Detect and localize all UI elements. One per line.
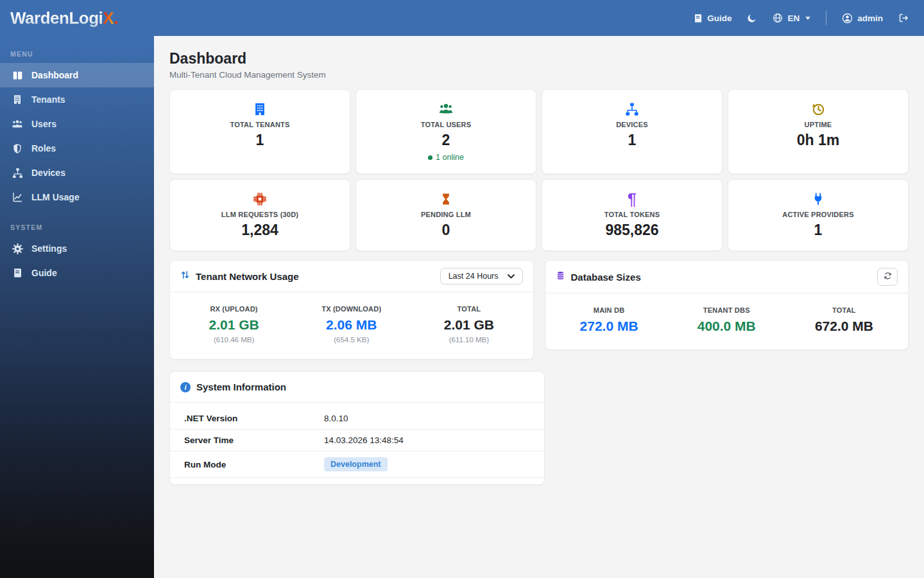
page-subtitle: Multi-Tenant Cloud Management System xyxy=(169,70,909,80)
stats-grid: TOTAL TENANTS 1 TOTAL USERS 2 1 online D… xyxy=(169,89,909,251)
online-dot-icon xyxy=(428,155,432,160)
table-row: Server Time 14.03.2026 13:48:54 xyxy=(170,430,544,451)
col-label: TENANT DBS xyxy=(668,306,785,314)
refresh-button[interactable] xyxy=(877,268,898,286)
sidebar-item-users[interactable]: Users xyxy=(0,112,154,136)
brand-tick xyxy=(115,21,117,24)
db-col-main: MAIN DB 272.0 MB xyxy=(551,306,668,334)
network-usage-panel: Tenant Network Usage Last 24 Hours RX (U… xyxy=(169,260,534,360)
panel-title: Tenant Network Usage xyxy=(196,271,299,282)
user-menu[interactable]: admin xyxy=(842,13,883,24)
database-sizes-header: Database Sizes xyxy=(545,261,909,293)
col-label: TOTAL xyxy=(785,306,903,314)
plug-icon xyxy=(735,191,902,207)
stat-card-llm-requests: LLM REQUESTS (30D) 1,284 xyxy=(169,179,350,251)
stat-card-total-tokens: ¶ TOTAL TOKENS 985,826 xyxy=(542,179,723,251)
users-icon xyxy=(12,119,23,130)
stat-card-uptime: UPTIME 0h 1m xyxy=(728,89,909,174)
brand-main: WardenLogi xyxy=(10,8,103,28)
sidebar-item-llm-usage[interactable]: LLM Usage xyxy=(0,185,154,209)
building-icon xyxy=(176,101,343,118)
col-value: 272.0 MB xyxy=(551,319,668,334)
sidebar-item-dashboard[interactable]: Dashboard xyxy=(0,63,154,87)
stat-label: TOTAL TENANTS xyxy=(176,121,343,128)
sidebar-item-roles[interactable]: Roles xyxy=(0,136,154,161)
theme-toggle-button[interactable] xyxy=(747,13,757,23)
panel-title: Database Sizes xyxy=(571,272,641,283)
sidebar-item-label: Guide xyxy=(31,268,57,278)
database-sizes-panel: Database Sizes MAIN DB 272.0 MB TENANT D… xyxy=(545,260,909,350)
language-label: EN xyxy=(787,13,800,23)
sidebar-item-label: Settings xyxy=(31,243,67,254)
table-row: Run Mode Development xyxy=(170,451,544,478)
gear-icon xyxy=(12,243,23,254)
dashboard-icon xyxy=(12,70,23,81)
chart-icon xyxy=(12,192,23,202)
stat-value: 0h 1m xyxy=(735,132,902,149)
sidebar-item-tenants[interactable]: Tenants xyxy=(0,87,154,112)
time-range-value: Last 24 Hours xyxy=(449,272,499,281)
person-circle-icon xyxy=(842,13,853,24)
cpu-icon xyxy=(176,191,343,207)
sitemap-icon xyxy=(12,168,23,179)
stat-value: 2 xyxy=(363,132,529,149)
db-col-total: TOTAL 672.0 MB xyxy=(785,306,903,334)
book-icon xyxy=(12,268,23,278)
stat-card-pending-llm: PENDING LLM 0 xyxy=(355,179,536,251)
stat-label: PENDING LLM xyxy=(363,211,529,218)
col-sub: (654.5 KB) xyxy=(293,336,410,344)
sidebar-system-label: SYSTEM xyxy=(10,223,154,231)
building-icon xyxy=(12,94,23,105)
topbar: WardenLogiX Guide EN admin xyxy=(0,0,924,36)
sidebar-item-label: LLM Usage xyxy=(31,192,80,202)
db-col-tenant: TENANT DBS 400.0 MB xyxy=(668,306,785,334)
row-value: Development xyxy=(324,457,530,471)
row-label: .NET Version xyxy=(184,414,324,423)
panels-row: Tenant Network Usage Last 24 Hours RX (U… xyxy=(169,260,909,360)
online-status: 1 online xyxy=(363,153,529,162)
info-icon: i xyxy=(180,382,191,392)
stat-value: 1 xyxy=(549,132,715,149)
col-label: RX (UPLOAD) xyxy=(175,305,293,313)
stat-card-total-tenants: TOTAL TENANTS 1 xyxy=(169,89,350,174)
stat-label: LLM REQUESTS (30D) xyxy=(176,211,343,218)
brand-logo[interactable]: WardenLogiX xyxy=(0,8,154,28)
moon-icon xyxy=(747,13,757,23)
logout-button[interactable] xyxy=(898,13,909,23)
shield-icon xyxy=(12,143,23,154)
stat-label: UPTIME xyxy=(735,121,902,128)
network-col-rx: RX (UPLOAD) 2.01 GB (610.46 MB) xyxy=(175,305,293,344)
language-dropdown[interactable]: EN xyxy=(773,13,810,23)
table-row: .NET Version 8.0.10 xyxy=(170,408,544,430)
row-label: Server Time xyxy=(184,435,324,445)
sidebar-item-devices[interactable]: Devices xyxy=(0,161,154,185)
sidebar-item-settings[interactable]: Settings xyxy=(0,236,154,261)
book-icon xyxy=(693,13,703,23)
col-label: MAIN DB xyxy=(551,306,668,314)
time-range-select[interactable]: Last 24 Hours xyxy=(440,268,523,285)
logout-icon xyxy=(898,13,909,23)
hourglass-icon xyxy=(363,191,529,207)
stat-value: 1 xyxy=(176,132,343,149)
main-content: Dashboard Multi-Tenant Cloud Management … xyxy=(154,36,924,578)
system-info-table: .NET Version 8.0.10 Server Time 14.03.20… xyxy=(170,403,544,484)
stat-card-devices: DEVICES 1 xyxy=(542,89,723,174)
col-label: TX (DOWNLOAD) xyxy=(293,305,410,313)
users-icon xyxy=(363,101,529,118)
row-value: 8.0.10 xyxy=(324,414,530,423)
sidebar-item-label: Roles xyxy=(31,143,56,153)
stat-label: DEVICES xyxy=(549,121,715,128)
sidebar-item-label: Devices xyxy=(31,168,65,178)
sidebar-item-label: Dashboard xyxy=(31,70,78,80)
network-usage-body: RX (UPLOAD) 2.01 GB (610.46 MB) TX (DOWN… xyxy=(170,292,533,359)
col-value: 2.01 GB xyxy=(175,317,293,333)
stat-value: 0 xyxy=(363,222,529,239)
online-count: 1 online xyxy=(436,153,464,162)
topbar-actions: Guide EN admin xyxy=(693,11,924,25)
topbar-guide-button[interactable]: Guide xyxy=(693,13,732,23)
page-title: Dashboard xyxy=(169,50,909,67)
col-value: 2.06 MB xyxy=(293,317,410,333)
network-col-total: TOTAL 2.01 GB (611.10 MB) xyxy=(410,305,527,344)
sidebar-item-guide[interactable]: Guide xyxy=(0,261,154,285)
sitemap-icon xyxy=(549,101,715,118)
